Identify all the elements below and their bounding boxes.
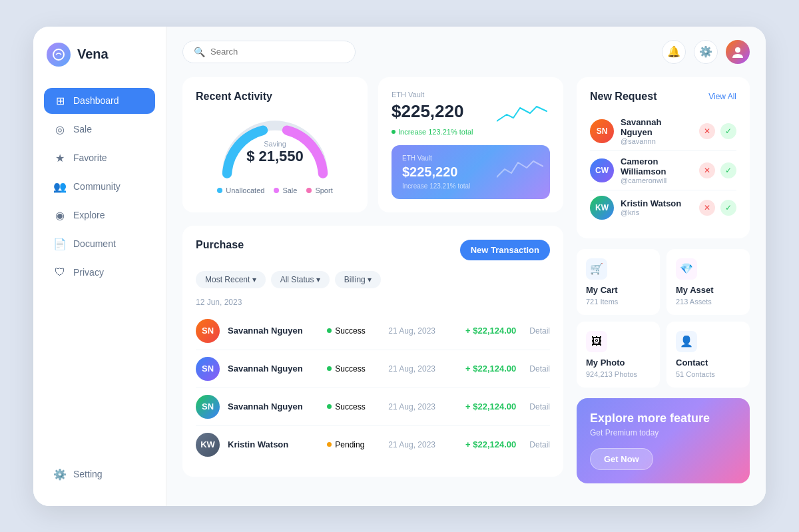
tx-detail-3[interactable]: Detail	[529, 440, 550, 449]
setting-icon: ⚙️	[53, 468, 67, 481]
user-avatar[interactable]	[726, 40, 750, 64]
eth-increase: Increase 123.21% total	[392, 128, 550, 136]
sidebar-item-dashboard[interactable]: ⊞ Dashboard	[44, 88, 155, 114]
app-container: Vena ⊞ Dashboard ◎ Sale ★ Favorite 👥 Com…	[33, 27, 766, 506]
sale-icon: ◎	[53, 123, 67, 136]
sidebar-label-community: Community	[73, 181, 121, 192]
sidebar-nav: ⊞ Dashboard ◎ Sale ★ Favorite 👥 Communit…	[44, 88, 155, 288]
sidebar-item-favorite[interactable]: ★ Favorite	[44, 145, 155, 171]
notification-button[interactable]: 🔔	[662, 40, 686, 64]
legend-dot-sport	[306, 188, 312, 193]
content-grid: Recent Activity Saving	[182, 77, 750, 483]
logo-icon	[47, 43, 71, 67]
table-row: SN Savannah Nguyen Success 21 Aug, 2023 …	[196, 350, 550, 388]
view-all-link[interactable]: View All	[708, 92, 736, 101]
tx-amount-1: + $22,124.00	[456, 364, 516, 374]
accept-button-2[interactable]: ✓	[720, 200, 736, 216]
quick-card-photo[interactable]: 🖼 My Photo 924,213 Photos	[577, 322, 660, 388]
req-handle-0: @savannn	[621, 137, 692, 145]
legend-label-sport: Sport	[315, 186, 332, 194]
tx-avatar-3: KW	[196, 433, 220, 457]
sidebar-item-setting[interactable]: ⚙️ Setting	[44, 461, 155, 487]
status-dot-2	[327, 404, 332, 409]
quick-card-asset[interactable]: 💎 My Asset 213 Assets	[666, 249, 750, 315]
req-avatar-0: SN	[590, 119, 614, 143]
sidebar-label-setting: Setting	[73, 469, 103, 479]
photo-title: My Photo	[586, 358, 651, 368]
asset-subtitle: 213 Assets	[676, 298, 740, 306]
cart-subtitle: 721 Items	[586, 298, 651, 306]
filter-all-status[interactable]: All Status ▾	[271, 271, 330, 288]
contact-subtitle: 51 Contacts	[676, 370, 740, 378]
document-icon: 📄	[53, 238, 67, 250]
dashboard-icon: ⊞	[53, 95, 67, 107]
green-dot	[392, 130, 396, 134]
quick-access-grid: 🛒 My Cart 721 Items 💎 My Asset 213 Asset…	[577, 249, 750, 388]
tx-detail-0[interactable]: Detail	[529, 326, 550, 336]
table-row: SN Savannah Nguyen Success 21 Aug, 2023 …	[196, 388, 550, 426]
explore-feature-card: Explore more feature Get Premium today G…	[577, 398, 750, 483]
req-actions-1: ✕ ✓	[699, 162, 736, 178]
sidebar-item-document[interactable]: 📄 Document	[44, 231, 155, 257]
req-name-1: Cameron Williamson	[621, 156, 692, 176]
quick-card-contact[interactable]: 👤 Contact 51 Contacts	[666, 322, 750, 388]
legend-unallocated: Unallocated	[217, 186, 264, 194]
reject-button-1[interactable]: ✕	[699, 162, 715, 178]
tx-status-0: Success	[327, 326, 380, 336]
req-info-0: Savannah Nguyen @savannn	[621, 117, 692, 145]
table-row: KW Kristin Watson Pending 21 Aug, 2023 +…	[196, 426, 550, 463]
main-content: 🔍 🔔 ⚙️ Recent Activity	[166, 27, 766, 506]
table-row: SN Savannah Nguyen Success 21 Aug, 2023 …	[196, 312, 550, 350]
req-name-2: Kristin Watson	[621, 198, 692, 208]
tx-amount-0: + $22,124.00	[456, 326, 516, 336]
filter-most-recent[interactable]: Most Recent ▾	[196, 271, 266, 288]
explore-title: Explore more feature	[590, 411, 736, 425]
sidebar-label-favorite: Favorite	[73, 152, 107, 163]
recent-activity-title: Recent Activity	[196, 91, 354, 103]
status-dot-1	[327, 366, 332, 371]
search-input[interactable]	[210, 47, 344, 57]
legend-label-sale: Sale	[282, 186, 297, 194]
new-transaction-button[interactable]: New Transaction	[460, 240, 550, 260]
app-name: Vena	[77, 47, 109, 62]
legend-label-unallocated: Unallocated	[226, 186, 264, 194]
req-actions-0: ✕ ✓	[699, 123, 736, 139]
recent-activity-card: Recent Activity Saving	[182, 77, 368, 212]
sidebar-item-sale[interactable]: ◎ Sale	[44, 117, 155, 142]
reject-button-0[interactable]: ✕	[699, 123, 715, 139]
sidebar-bottom: ⚙️ Setting	[44, 461, 155, 490]
sidebar-item-explore[interactable]: ◉ Explore	[44, 202, 155, 228]
sidebar-item-community[interactable]: 👥 Community	[44, 174, 155, 200]
filter-billing[interactable]: Billing ▾	[335, 271, 381, 288]
date-group-label: 12 Jun, 2023	[196, 298, 550, 307]
top-row: Recent Activity Saving	[182, 77, 563, 212]
req-handle-2: @kris	[621, 208, 692, 216]
photo-icon: 🖼	[586, 331, 607, 352]
sidebar-label-explore: Explore	[73, 210, 105, 220]
sidebar-label-sale: Sale	[73, 124, 92, 134]
tx-date-3: 21 Aug, 2023	[388, 440, 448, 449]
accept-button-0[interactable]: ✓	[720, 123, 736, 139]
tx-avatar-1: SN	[196, 357, 220, 381]
request-item-1: CW Cameron Williamson @cameronwill ✕ ✓	[590, 151, 736, 190]
search-bar[interactable]: 🔍	[182, 41, 356, 63]
eth-wave-chart	[497, 101, 550, 128]
tx-detail-2[interactable]: Detail	[529, 402, 550, 411]
legend-sport: Sport	[306, 186, 332, 194]
accept-button-1[interactable]: ✓	[720, 162, 736, 178]
legend-sale: Sale	[274, 186, 297, 194]
logo-area: Vena	[44, 43, 155, 67]
new-request-title: New Request	[590, 91, 657, 103]
sidebar-item-privacy[interactable]: 🛡 Privacy	[44, 260, 155, 285]
reject-button-2[interactable]: ✕	[699, 200, 715, 216]
get-now-button[interactable]: Get Now	[590, 448, 653, 470]
req-info-1: Cameron Williamson @cameronwill	[621, 156, 692, 184]
quick-card-cart[interactable]: 🛒 My Cart 721 Items	[577, 249, 660, 315]
tx-avatar-0: SN	[196, 319, 220, 343]
tx-detail-1[interactable]: Detail	[529, 364, 550, 374]
eth-vault-label: ETH Vault	[392, 91, 550, 99]
contact-title: Contact	[676, 358, 740, 368]
eth-vault-card: ETH Vault $225,220 Increase 123.21% tota…	[378, 77, 563, 212]
favorite-icon: ★	[53, 152, 67, 164]
settings-button[interactable]: ⚙️	[694, 40, 718, 64]
